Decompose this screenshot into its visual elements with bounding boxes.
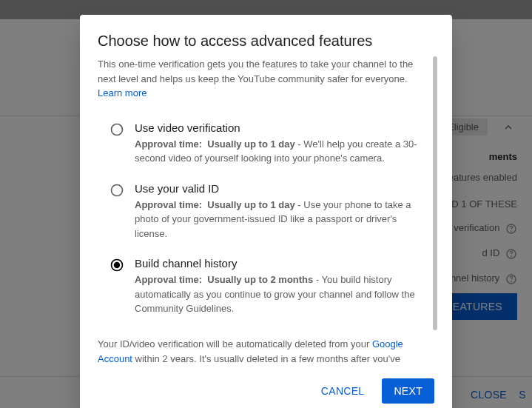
option-title: Use video verification: [135, 121, 421, 134]
radio-checked-icon: [110, 258, 124, 272]
radio-unchecked-icon: [110, 183, 124, 198]
option-description: Approval time: Usually up to 1 day - Use…: [135, 198, 421, 241]
advanced-features-dialog: Choose how to access advanced features T…: [80, 15, 452, 408]
svg-point-6: [112, 124, 123, 135]
dialog-footer-text: Your ID/video verification will be autom…: [98, 337, 421, 363]
svg-point-9: [114, 262, 120, 268]
dialog-intro: This one-time verification gets you the …: [98, 57, 421, 101]
cancel-button[interactable]: Cancel: [309, 378, 377, 404]
option-channel-history[interactable]: Build channel history Approval time: Usu…: [110, 257, 421, 316]
next-button[interactable]: Next: [382, 378, 434, 404]
dialog-title: Choose how to access advanced features: [98, 33, 434, 50]
option-title: Use your valid ID: [135, 182, 421, 195]
modal-overlay: Choose how to access advanced features T…: [0, 0, 532, 408]
option-valid-id[interactable]: Use your valid ID Approval time: Usually…: [110, 182, 421, 241]
radio-unchecked-icon: [110, 122, 124, 137]
learn-more-link[interactable]: Learn more: [98, 87, 147, 98]
option-description: Approval time: Usually up to 1 day - We'…: [135, 137, 421, 166]
svg-point-7: [112, 184, 123, 195]
option-video-verification[interactable]: Use video verification Approval time: Us…: [110, 121, 421, 166]
option-description: Approval time: Usually up to 2 months - …: [135, 272, 421, 316]
option-title: Build channel history: [135, 257, 421, 270]
